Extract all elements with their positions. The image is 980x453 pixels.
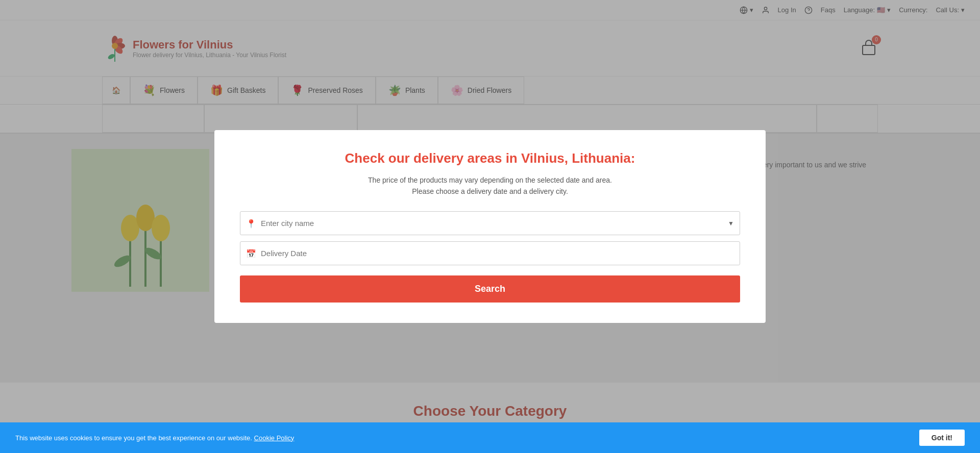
cookie-policy-link[interactable]: Cookie Policy	[254, 434, 295, 442]
cookie-message: This website uses cookies to ensure you …	[15, 434, 294, 442]
modal-description: The price of the products may vary depen…	[240, 174, 740, 197]
dropdown-icon: ▼	[728, 220, 734, 227]
city-input[interactable]	[240, 211, 740, 235]
cookie-text: This website uses cookies to ensure you …	[15, 434, 252, 442]
modal-title: Check our delivery areas in Vilnius, Lit…	[240, 150, 740, 166]
location-icon: 📍	[246, 218, 256, 228]
city-input-wrap: 📍 ▼	[240, 211, 740, 235]
date-input[interactable]	[240, 241, 740, 265]
modal-overlay: Check our delivery areas in Vilnius, Lit…	[0, 0, 980, 453]
modal-desc-line2: Please choose a delivery date and a deli…	[412, 187, 568, 195]
cookie-bar: This website uses cookies to ensure you …	[0, 422, 980, 453]
calendar-icon: 📅	[246, 248, 256, 258]
delivery-modal: Check our delivery areas in Vilnius, Lit…	[214, 130, 766, 323]
search-button[interactable]: Search	[240, 275, 740, 303]
modal-desc-line1: The price of the products may vary depen…	[368, 176, 612, 184]
cookie-accept-button[interactable]: Got it!	[919, 430, 965, 446]
date-input-wrap: 📅	[240, 241, 740, 265]
